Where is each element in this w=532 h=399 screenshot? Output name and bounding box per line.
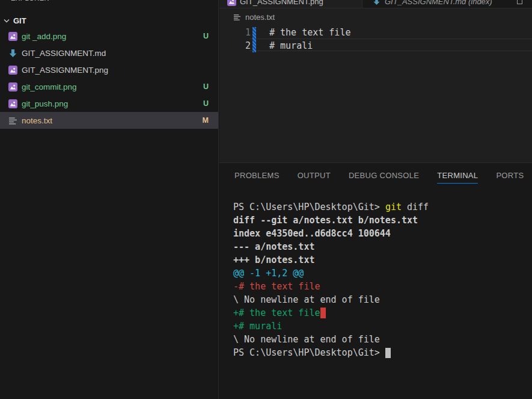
explorer-header: EXPLORER	[11, 0, 49, 2]
editor-region: GIT_ASSIGNMENT.png GIT_ASSIGNMENT.md (in…	[219, 0, 532, 162]
file-name: git_push.png	[22, 99, 203, 108]
terminal-line: +++ b/notes.txt	[233, 253, 429, 267]
sidebar-item-git-add-png[interactable]: git _add.pngU	[0, 28, 218, 45]
terminal-text: diff	[402, 202, 429, 212]
image-file-icon	[227, 0, 236, 6]
terminal-line: +# the text file	[233, 306, 429, 320]
terminal-text: -# the text file	[233, 281, 320, 292]
textfile-icon	[8, 116, 17, 125]
image-icon	[8, 82, 17, 91]
image-icon	[8, 99, 17, 108]
terminal-line: @@ -1 +1,2 @@	[233, 267, 429, 280]
tab-label: GIT_ASSIGNMENT.md (index)	[385, 0, 492, 6]
sidebar-item-git-commit-png[interactable]: git_commit.pngU	[0, 78, 218, 95]
sidebar-item-notes-txt[interactable]: notes.txtM	[0, 112, 218, 129]
code-text: # murali	[269, 39, 313, 52]
terminal-line: +# murali	[233, 320, 429, 333]
sidebar-item-git-push-png[interactable]: git_push.pngU	[0, 95, 218, 112]
git-status-badge: U	[203, 99, 209, 108]
sidebar-item-git-assignment-md[interactable]: GIT_ASSIGNMENT.md	[0, 45, 218, 61]
terminal-text: PS C:\Users\HP\Desktop\Git>	[233, 202, 385, 212]
terminal-text: @@ -1 +1,2 @@	[233, 268, 304, 279]
vscode-window: EXPLORER GIT git _add.pngUGIT_ASSIGNMENT…	[0, 0, 532, 399]
git-status-badge: U	[203, 82, 209, 91]
terminal-text: \ No newline at end of file	[233, 294, 380, 305]
terminal-output[interactable]: PS C:\Users\HP\Desktop\Git> git diffdiff…	[233, 200, 429, 359]
terminal-text: diff --git a/notes.txt b/notes.txt	[233, 215, 418, 226]
chevron-down-icon	[2, 16, 11, 25]
terminal-line: diff --git a/notes.txt b/notes.txt	[233, 214, 429, 227]
terminal-line: --- a/notes.txt	[233, 240, 429, 253]
file-name: GIT_ASSIGNMENT.png	[22, 66, 209, 75]
terminal-line: \ No newline at end of file	[233, 333, 429, 346]
code-line: 1 # the text file	[219, 26, 532, 39]
panel-tab-ports[interactable]: PORTS	[496, 171, 524, 184]
line-number: 2	[237, 39, 251, 52]
panel-tab-debug-console[interactable]: DEBUG CONSOLE	[349, 171, 419, 184]
git-status-badge: M	[203, 116, 209, 125]
terminal-text: index e4350ed..d6d8cc4 100644	[233, 228, 391, 239]
image-icon	[8, 32, 17, 41]
unsaved-indicator-icon[interactable]	[517, 0, 522, 4]
terminal-line: PS C:\Users\HP\Desktop\Git>	[233, 346, 429, 359]
section-label: GIT	[13, 16, 26, 25]
panel-tab-problems[interactable]: PROBLEMS	[234, 171, 280, 184]
code-editor[interactable]: 1 # the text file 2 # murali	[219, 22, 532, 162]
breadcrumb-file: notes.txt	[245, 13, 275, 22]
image-icon	[8, 66, 17, 75]
terminal-text: +# the text file	[233, 308, 320, 318]
terminal-text: git	[385, 202, 402, 212]
terminal-line: -# the text file	[233, 280, 429, 293]
file-name: notes.txt	[22, 116, 203, 125]
markdown-icon	[8, 49, 17, 58]
terminal-text: PS C:\Users\HP\Desktop\Git>	[233, 347, 385, 358]
tab-git-assignment-png[interactable]: GIT_ASSIGNMENT.png	[219, 0, 362, 8]
terminal-text: \ No newline at end of file	[233, 334, 380, 345]
panel-tab-output[interactable]: OUTPUT	[298, 171, 331, 184]
terminal-line: \ No newline at end of file	[233, 293, 429, 306]
explorer-sidebar: EXPLORER GIT git _add.pngUGIT_ASSIGNMENT…	[0, 0, 219, 399]
breadcrumb[interactable]: notes.txt	[233, 13, 275, 22]
tab-label: GIT_ASSIGNMENT.png	[240, 0, 323, 6]
terminal-line: index e4350ed..d6d8cc4 100644	[233, 227, 429, 240]
editor-tabbar: GIT_ASSIGNMENT.png GIT_ASSIGNMENT.md (in…	[219, 0, 532, 8]
file-name: git_commit.png	[22, 82, 203, 91]
terminal-cursor	[385, 348, 391, 358]
code-text: # the text file	[269, 26, 350, 39]
line-number: 1	[237, 26, 251, 39]
terminal-text: --- a/notes.txt	[233, 241, 314, 252]
terminal-text: +++ b/notes.txt	[233, 255, 314, 265]
terminal-line: PS C:\Users\HP\Desktop\Git> git diff	[233, 200, 429, 214]
panel-tab-terminal[interactable]: TERMINAL	[437, 171, 478, 184]
code-line: 2 # murali	[219, 39, 532, 52]
sidebar-section-git[interactable]: GIT	[0, 13, 218, 28]
file-list: git _add.pngUGIT_ASSIGNMENT.mdGIT_ASSIGN…	[0, 28, 218, 129]
panel-tabbar: PROBLEMSOUTPUTDEBUG CONSOLETERMINALPORTS	[219, 163, 532, 184]
file-name: GIT_ASSIGNMENT.md	[22, 49, 209, 58]
git-status-badge: U	[203, 32, 209, 40]
tab-git-assignment-md-index[interactable]: GIT_ASSIGNMENT.md (index)	[362, 0, 532, 8]
file-name: git _add.png	[22, 32, 203, 41]
markdown-file-icon	[372, 0, 381, 6]
terminal-text: +# murali	[233, 321, 282, 332]
sidebar-item-git-assignment-png[interactable]: GIT_ASSIGNMENT.png	[0, 61, 218, 78]
bottom-panel: PROBLEMSOUTPUTDEBUG CONSOLETERMINALPORTS…	[219, 162, 532, 399]
trailing-whitespace-marker	[320, 308, 326, 318]
text-file-icon	[233, 13, 242, 22]
